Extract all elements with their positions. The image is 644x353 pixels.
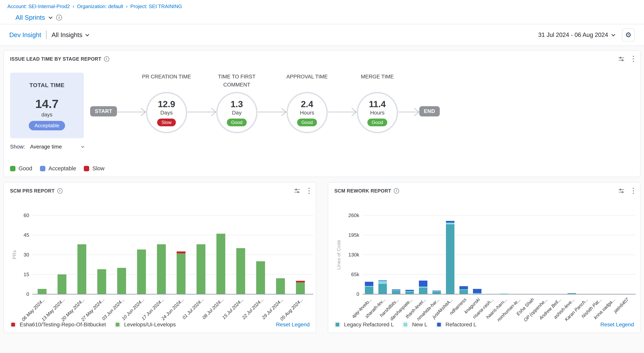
bar-segment[interactable] — [392, 290, 400, 291]
legend-item-slow: Slow — [84, 165, 104, 172]
bar-segment[interactable] — [460, 289, 468, 290]
show-dropdown[interactable]: Average time — [30, 144, 62, 150]
bar-segment[interactable] — [365, 282, 373, 286]
bar-segment[interactable] — [406, 292, 414, 294]
breadcrumb-project[interactable]: Project: SEI TRAINING — [130, 4, 182, 10]
legend-item[interactable]: Levelops/Ui-Levelops — [114, 322, 176, 328]
stage-circle[interactable]: 2.4 Hours Good — [286, 92, 328, 133]
kebab-menu-icon[interactable] — [633, 56, 634, 62]
kebab-menu-icon[interactable] — [633, 188, 634, 194]
breadcrumb-separator-icon: › — [126, 4, 128, 10]
bar-segment[interactable] — [196, 244, 206, 294]
legend-color-swatch — [436, 322, 442, 328]
filter-sliders-icon[interactable] — [294, 188, 300, 194]
date-range-picker[interactable]: 31 Jul 2024 - 06 Aug 2024 — [538, 32, 615, 38]
info-icon: i — [56, 15, 62, 20]
gridline — [362, 254, 636, 255]
stage-rating-badge: Good — [227, 118, 247, 126]
legend-color-swatch — [114, 322, 121, 328]
bar-segment[interactable] — [432, 291, 441, 292]
bar-segment[interactable] — [432, 291, 441, 291]
rework-chart-legend: Legacy Refactored LNew LRefactored L Res… — [334, 322, 634, 328]
dev-insight-link[interactable]: Dev Insight — [9, 31, 41, 38]
bar-segment[interactable] — [38, 289, 46, 294]
bar-segment[interactable] — [378, 280, 387, 281]
breadcrumb: Account: SEI-Internal-Prod2 › Organizati… — [0, 4, 644, 10]
bar-segment[interactable] — [177, 253, 186, 294]
legend-item[interactable]: New L — [402, 322, 427, 328]
sprint-selector[interactable]: All Sprints — [16, 14, 45, 21]
legend-item[interactable]: Refactored L — [436, 322, 476, 328]
bar-segment[interactable] — [177, 252, 186, 253]
bar-segment[interactable] — [419, 286, 428, 288]
bar-segment[interactable] — [419, 288, 428, 294]
filter-sliders-icon[interactable] — [618, 56, 625, 62]
bar-segment[interactable] — [446, 223, 454, 224]
bar-segment[interactable] — [406, 291, 414, 292]
bar-segment[interactable] — [137, 250, 146, 294]
bar-segment[interactable] — [365, 286, 373, 287]
bar-segment[interactable] — [446, 221, 454, 223]
bar-segment[interactable] — [157, 244, 166, 294]
bar-segment[interactable] — [460, 286, 468, 289]
bar-segment[interactable] — [256, 261, 265, 294]
chevron-down-icon[interactable] — [81, 145, 84, 148]
flow-arrow-icon — [398, 106, 419, 118]
bar-segment[interactable] — [296, 281, 305, 282]
bar-segment[interactable] — [419, 280, 428, 286]
chevron-down-icon — [85, 32, 89, 36]
gridline — [362, 215, 636, 216]
chevron-down-icon[interactable] — [49, 15, 52, 19]
bar-segment[interactable] — [78, 244, 86, 294]
bar-segment[interactable] — [276, 278, 285, 294]
good-color-swatch — [10, 166, 16, 171]
stage-time-to-first-comment: TIME TO FIRST COMMENT 1.3 Day Good — [216, 72, 258, 133]
kebab-menu-icon[interactable] — [308, 188, 310, 194]
stage-circle[interactable]: 1.3 Day Good — [216, 92, 258, 133]
total-time-card: TOTAL TIME 14.7 days Acceptable — [10, 72, 84, 138]
breadcrumb-organization[interactable]: Organization: default — [77, 4, 123, 10]
legend-item-acceptable: Acceptable — [40, 165, 76, 172]
bar-segment[interactable] — [117, 268, 126, 294]
stage-circle[interactable]: 11.4 Hours Good — [357, 92, 398, 133]
bar-segment[interactable] — [378, 281, 387, 284]
bar-segment[interactable] — [97, 269, 106, 294]
bar-segment[interactable] — [365, 287, 373, 294]
bar-segment[interactable] — [236, 248, 245, 294]
stage-rating-badge: Slow — [157, 118, 176, 126]
prs-bar-chart: 015304560PRs06 May 2024...13 May 2024...… — [10, 196, 310, 312]
legend-color-swatch — [402, 322, 408, 328]
reset-legend-link[interactable]: Reset Legend — [276, 322, 310, 328]
bar-segment[interactable] — [392, 290, 400, 290]
breadcrumb-separator-icon: › — [72, 4, 74, 10]
gridline — [362, 274, 636, 274]
legend-item[interactable]: Esha610/Testing-Repo-Of-Bitbucket — [10, 322, 106, 328]
bar-segment[interactable] — [378, 284, 387, 294]
legend-item[interactable]: Legacy Refactored L — [334, 322, 394, 328]
bar-segment[interactable] — [460, 290, 468, 294]
y-axis-title: PRs — [11, 215, 18, 294]
stage-rating-badge: Good — [367, 118, 387, 126]
show-label: Show: — [10, 144, 25, 150]
bar-segment[interactable] — [473, 289, 482, 293]
bar-segment[interactable] — [406, 290, 414, 291]
date-range-label: 31 Jul 2024 - 06 Aug 2024 — [538, 32, 608, 38]
reset-legend-link[interactable]: Reset Legend — [600, 322, 634, 328]
insights-dropdown[interactable]: All Insights — [52, 31, 88, 38]
x-tick-label: 08 Jul 2024... — [201, 297, 225, 320]
settings-button[interactable]: ⚙ — [622, 28, 635, 41]
bar-segment[interactable] — [446, 224, 454, 294]
x-tick-label: Karan Panch... — [564, 297, 589, 322]
bar-segment[interactable] — [58, 274, 66, 294]
bar-segment[interactable] — [296, 282, 305, 294]
stage-approval-time: APPROVAL TIME 2.4 Hours Good — [286, 72, 328, 133]
stage-circle[interactable]: 12.9 Days Slow — [146, 92, 187, 133]
x-axis-line — [32, 294, 313, 294]
legend-color-swatch — [10, 322, 16, 328]
breadcrumb-account[interactable]: Account: SEI-Internal-Prod2 — [7, 4, 70, 10]
bar-segment[interactable] — [216, 234, 225, 294]
lead-time-legend: Good Acceptable Slow — [10, 165, 634, 172]
total-time-unit: days — [41, 112, 52, 118]
bar-segment[interactable] — [392, 291, 400, 294]
filter-sliders-icon[interactable] — [618, 188, 625, 194]
